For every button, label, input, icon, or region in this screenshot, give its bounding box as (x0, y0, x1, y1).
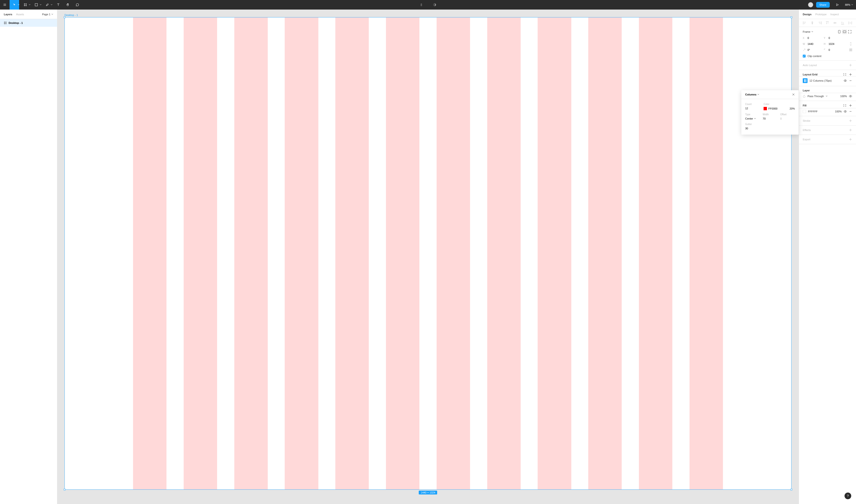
grid-visibility[interactable] (843, 79, 847, 82)
svg-point-10 (845, 73, 846, 74)
remove-fill[interactable] (849, 110, 852, 113)
canvas[interactable]: Desktop - 1 1440 × 1024 (57, 10, 799, 504)
fill-styles[interactable] (843, 104, 846, 107)
frame-label[interactable]: Desktop - 1 (65, 14, 78, 16)
tab-layers[interactable]: Layers (4, 13, 12, 16)
clip-content-checkbox[interactable] (803, 55, 806, 57)
hand-tool[interactable] (63, 0, 73, 10)
svg-rect-7 (851, 50, 852, 51)
fill-swatch[interactable] (803, 110, 806, 113)
orient-portrait[interactable] (837, 29, 842, 34)
align-vcenter-icon[interactable] (833, 21, 837, 25)
remove-grid[interactable] (849, 79, 852, 82)
layer-section-label: Layer (803, 89, 810, 92)
resize-to-fit[interactable] (848, 29, 852, 34)
svg-point-17 (845, 106, 846, 106)
type-select[interactable]: Center (745, 117, 760, 120)
pen-tool-chevron[interactable] (51, 0, 53, 10)
align-right-icon[interactable] (818, 21, 822, 25)
layer-visibility[interactable] (849, 94, 852, 98)
add-stroke[interactable] (849, 119, 852, 122)
frame-type-label[interactable]: Frame (803, 30, 810, 33)
frame[interactable] (65, 17, 791, 490)
shape-tool-chevron[interactable] (40, 0, 41, 10)
orient-landscape[interactable] (842, 29, 847, 34)
add-layout-grid[interactable] (849, 73, 852, 76)
radius-input[interactable] (828, 49, 843, 51)
count-input[interactable]: 12 (745, 107, 748, 110)
clip-content-row[interactable]: Clip content (799, 53, 856, 60)
comment-tool[interactable] (73, 0, 82, 10)
h-input[interactable] (828, 42, 843, 46)
avatar[interactable] (808, 2, 813, 7)
tab-prototype[interactable]: Prototype (816, 13, 827, 16)
columns-overlay (65, 17, 791, 489)
right-panel: Design Prototype Inspect Frame X Y (799, 10, 856, 504)
add-effect[interactable] (849, 128, 852, 132)
tab-assets[interactable]: Assets (16, 13, 24, 16)
svg-rect-2 (838, 30, 840, 33)
svg-point-13 (850, 96, 851, 97)
type-label: Type (745, 113, 760, 116)
layout-grid-styles[interactable] (843, 73, 846, 76)
y-input[interactable] (828, 37, 843, 39)
distribute-icon[interactable] (849, 21, 852, 25)
menu-button[interactable] (0, 0, 10, 10)
add-auto-layout[interactable] (849, 64, 852, 67)
clip-content-label: Clip content (807, 55, 821, 57)
grid-color-opacity[interactable]: 20% (790, 107, 795, 110)
radius-expand-icon[interactable] (849, 49, 852, 51)
tab-inspect[interactable]: Inspect (831, 13, 839, 16)
tab-design[interactable]: Design (803, 13, 811, 16)
grid-color-swatch[interactable] (764, 107, 767, 110)
handle-bottom-left[interactable] (64, 489, 66, 490)
effects-label: Effects (803, 129, 810, 131)
rotation-input[interactable] (807, 49, 822, 51)
fill-hex[interactable]: FFFFFF (808, 110, 818, 113)
align-top-icon[interactable] (825, 21, 829, 25)
zoom-control[interactable]: 88% (845, 3, 853, 6)
grid-item[interactable]: 12 Columns (70px) (799, 76, 856, 86)
left-panel: Layers Assets Page 1 Desktop - 1 (0, 10, 57, 504)
mask-icon[interactable] (430, 0, 439, 10)
offset-input[interactable]: 0 (780, 117, 782, 120)
close-icon[interactable] (792, 93, 795, 96)
blend-mode[interactable]: Pass Through (807, 95, 824, 97)
add-export[interactable] (849, 138, 852, 141)
svg-rect-5 (851, 49, 852, 50)
constrain-icon[interactable] (849, 42, 852, 46)
svg-rect-3 (843, 31, 846, 33)
right-panel-tabs: Design Prototype Inspect (799, 10, 856, 19)
add-fill[interactable] (849, 104, 852, 107)
svg-point-11 (845, 75, 846, 75)
x-input[interactable] (807, 37, 822, 39)
layer-row[interactable]: Desktop - 1 (0, 19, 57, 27)
handle-top-left[interactable] (64, 16, 66, 18)
svg-point-18 (845, 111, 846, 112)
grid-color-hex[interactable]: FF0000 (768, 107, 778, 110)
handle-top-right[interactable] (790, 16, 792, 18)
page-selector[interactable]: Page 1 (42, 13, 53, 16)
popup-title[interactable]: Columns (745, 93, 756, 96)
text-tool[interactable] (53, 0, 63, 10)
dimensions-badge: 1440 × 1024 (419, 491, 437, 494)
count-label: Count (745, 103, 761, 106)
align-left-icon[interactable] (803, 21, 807, 25)
gutter-input[interactable]: 30 (745, 127, 748, 130)
frame-tool-chevron[interactable] (29, 0, 31, 10)
layer-opacity[interactable]: 100% (840, 95, 847, 97)
align-hcenter-icon[interactable] (810, 21, 814, 25)
blend-icon (803, 95, 806, 97)
handle-bottom-right[interactable] (790, 489, 792, 490)
fill-opacity[interactable]: 100% (835, 110, 842, 113)
share-button[interactable]: Share (816, 2, 830, 7)
present-button[interactable] (833, 0, 842, 10)
w-input[interactable] (807, 42, 822, 46)
svg-point-15 (843, 106, 844, 106)
align-bottom-icon[interactable] (841, 21, 844, 25)
help-button[interactable]: ? (844, 492, 851, 499)
width-input[interactable]: 70 (763, 117, 766, 120)
fill-visibility[interactable] (843, 110, 847, 113)
move-tool-chevron[interactable] (18, 0, 20, 10)
components-icon[interactable] (417, 0, 426, 10)
